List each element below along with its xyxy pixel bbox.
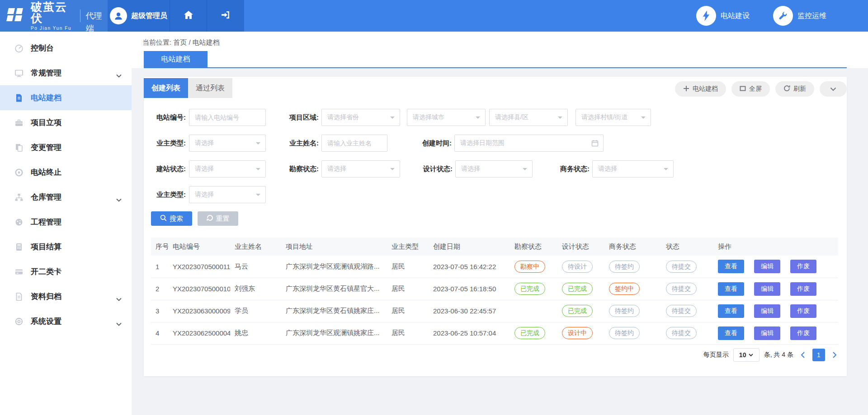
nav-station-build[interactable]: 电站建设	[696, 6, 750, 26]
settings-gear-icon	[14, 317, 24, 326]
sidebar-item-change-mgmt[interactable]: 变更管理	[0, 135, 132, 160]
wrench-icon	[773, 6, 793, 26]
tab-approved-list[interactable]: 通过列表	[188, 78, 232, 98]
table-row: 4 YX2023062500004 姚忠 广东深圳龙华区观澜镇姚家庄... 居民…	[151, 322, 838, 344]
pagination: 每页显示 10 条, 共 4 条 1	[703, 348, 840, 362]
sidebar-item-project-settlement[interactable]: 项目结算	[0, 234, 132, 259]
create-time-range-picker[interactable]: 请选择日期范围	[454, 135, 604, 152]
sidebar-item-station-filing[interactable]: 电站建档	[0, 85, 132, 110]
view-button[interactable]: 查看	[718, 304, 744, 318]
nav-monitor-ops[interactable]: 监控运维	[773, 6, 826, 26]
owner-type2-select[interactable]: 请选择	[189, 186, 266, 203]
sidebar-item-engineering-mgmt[interactable]: 工程管理	[0, 210, 132, 234]
sidebar-item-general-mgmt[interactable]: 常规管理	[0, 61, 132, 85]
edit-button[interactable]: 编辑	[754, 304, 780, 318]
fullscreen-button[interactable]: 全屏	[731, 81, 770, 97]
sidebar-item-station-termination[interactable]: 电站终止	[0, 160, 132, 185]
logout-button[interactable]	[207, 0, 244, 32]
home-icon	[184, 10, 193, 21]
sidebar-item-project-initiation[interactable]: 项目立项	[0, 110, 132, 135]
void-button[interactable]: 作废	[790, 326, 816, 340]
nav-station-build-label: 电站建设	[721, 11, 750, 21]
next-page-button[interactable]	[830, 349, 840, 361]
province-select[interactable]: 请选择省份	[321, 109, 400, 126]
view-button[interactable]: 查看	[718, 282, 744, 296]
card-icon	[14, 267, 24, 276]
station-no-label: 电站编号:	[144, 109, 186, 126]
view-button[interactable]: 查看	[718, 326, 744, 340]
status-badge: 待提交	[666, 261, 697, 273]
sidebar-item-data-archive[interactable]: 资料归档	[0, 284, 132, 309]
tab-create-list[interactable]: 创建列表	[144, 78, 188, 98]
sitemap-icon	[14, 193, 24, 202]
table-row: 3 YX2023063000009 学员 广东深圳龙华区黄石镇姚家庄... 居民…	[151, 300, 838, 322]
briefcase-icon	[14, 118, 24, 127]
status-badge: 待签约	[609, 305, 640, 317]
status-badge: 待签约	[609, 261, 640, 273]
brand-subtitle: Po Jian Yun Fu	[31, 26, 75, 31]
nav-monitor-ops-label: 监控运维	[797, 11, 826, 21]
county-select[interactable]: 请选择县/区	[489, 109, 568, 126]
build-status-label: 建站状态:	[144, 160, 186, 177]
void-button[interactable]: 作废	[790, 260, 816, 273]
current-user[interactable]: 超级管理员	[108, 0, 170, 32]
portal-label: 代理端	[80, 9, 108, 22]
status-badge: 已完成	[562, 283, 593, 295]
owner-type2-label: 业主类型:	[144, 186, 186, 203]
per-page-label: 每页显示	[703, 351, 729, 359]
breadcrumb-home-link[interactable]: 首页	[173, 38, 187, 46]
owner-name-input[interactable]	[321, 135, 387, 152]
status-badge: 待设计	[562, 261, 593, 273]
search-icon	[160, 214, 167, 223]
view-button[interactable]: 查看	[718, 260, 744, 273]
owner-type-select[interactable]: 请选择	[189, 135, 266, 152]
owner-name-label: 业主姓名:	[277, 135, 319, 152]
sidebar: 控制台 常规管理 电站建档 项目立项 变更管理 电站终止 仓库管理 工程管理 项…	[0, 32, 132, 415]
logout-icon	[221, 10, 231, 21]
edit-button[interactable]: 编辑	[754, 282, 780, 296]
document-icon	[14, 93, 24, 103]
user-name: 超级管理员	[131, 11, 167, 21]
prev-page-button[interactable]	[798, 349, 808, 361]
status-badge: 待提交	[666, 305, 697, 317]
business-status-select[interactable]: 请选择	[592, 160, 674, 177]
town-select[interactable]: 请选择村镇/街道	[576, 109, 651, 126]
create-time-label: 创建时间:	[410, 135, 452, 152]
void-button[interactable]: 作废	[790, 282, 816, 296]
page-1-button[interactable]: 1	[812, 349, 825, 361]
home-button[interactable]	[170, 0, 207, 32]
status-badge: 签约中	[609, 283, 640, 295]
station-no-input[interactable]	[189, 109, 266, 126]
per-page-select[interactable]: 10	[733, 348, 760, 362]
create-station-button[interactable]: 电站建档	[675, 81, 726, 97]
top-header: 破茧云伏 Po Jian Yun Fu 代理端 超级管理员 电站建设	[0, 0, 868, 32]
status-badge: 待提交	[666, 283, 697, 295]
archive-doc-icon	[14, 292, 24, 301]
collapse-toolbar-button[interactable]	[820, 81, 847, 97]
edit-button[interactable]: 编辑	[754, 260, 780, 273]
copy-icon	[14, 143, 24, 152]
sidebar-item-warehouse-mgmt[interactable]: 仓库管理	[0, 185, 132, 210]
status-badge: 待提交	[666, 327, 697, 339]
design-status-select[interactable]: 请选择	[455, 160, 533, 177]
breadcrumb-prefix: 当前位置:	[142, 38, 171, 46]
header-quick-nav: 电站建设 监控运维	[696, 0, 868, 32]
edit-button[interactable]: 编辑	[754, 326, 780, 340]
total-count-label: 条, 共 4 条	[764, 351, 793, 359]
survey-status-select[interactable]: 请选择	[321, 160, 400, 177]
page-tab-station-filing[interactable]: 电站建档	[144, 51, 208, 67]
search-button[interactable]: 搜索	[151, 211, 192, 226]
sidebar-item-open-type2-card[interactable]: 开二类卡	[0, 259, 132, 284]
sidebar-item-console[interactable]: 控制台	[0, 36, 132, 61]
reset-icon	[207, 214, 213, 223]
page-tab-underline	[144, 67, 847, 68]
chevron-down-icon	[116, 320, 122, 328]
status-badge: 设计中	[562, 327, 593, 339]
sidebar-item-system-settings[interactable]: 系统设置	[0, 309, 132, 334]
logo-icon	[6, 5, 27, 27]
build-status-select[interactable]: 请选择	[189, 160, 266, 177]
city-select[interactable]: 请选择城市	[407, 109, 486, 126]
void-button[interactable]: 作废	[790, 304, 816, 318]
reset-button[interactable]: 重置	[198, 211, 238, 226]
refresh-button[interactable]: 刷新	[775, 81, 814, 97]
